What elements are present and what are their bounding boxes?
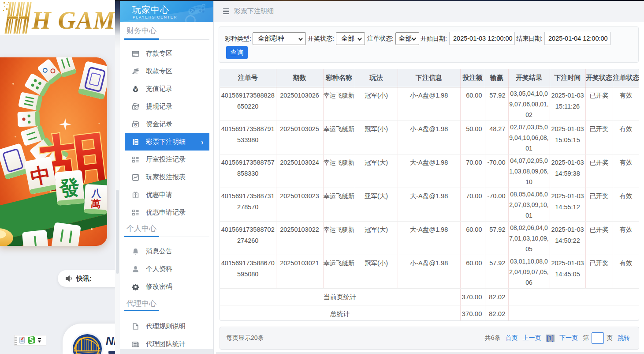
chart-box-icon [132, 173, 139, 181]
column-header: 开奖状态 [585, 69, 613, 87]
table-cell: 已开奖 [585, 255, 613, 288]
table-cell: 冠军(小) [355, 87, 398, 121]
select-value: 全部彩种 [258, 34, 284, 43]
jump-link[interactable]: 跳转 [618, 334, 630, 342]
main-header: 彩票下注明细 [214, 0, 644, 22]
table-cell: -70.00 [485, 154, 508, 188]
bet-table: 注单号期数彩种名称玩法下注信息投注额输赢开奖结果下注时间开奖状态注单状态 401… [220, 69, 639, 321]
table-row[interactable]: 40156917358879153398020250103025幸运飞艇新冠军(… [220, 121, 639, 154]
table-cell: 幸运飞艇新 [323, 87, 355, 121]
draw-status-label: 开奖状态: [308, 32, 334, 45]
table-cell: 57.92 [485, 221, 508, 255]
main-area: 彩票下注明细 彩种类型:全部彩种开奖状态:全部注单状态:全部开始日期:2025-… [214, 0, 644, 354]
section-title: 个人中心 [127, 223, 156, 233]
select-caret-icon [298, 38, 303, 41]
ime-notepad-icon[interactable] [19, 336, 26, 344]
sidebar-item-提现记录[interactable]: 提现记录 [120, 98, 214, 115]
prev-page-link[interactable]: 上一页 [522, 334, 541, 342]
table-cell: 70.00 [460, 154, 485, 188]
sidebar-item-彩票下注明细[interactable]: 彩票下注明细› [125, 133, 209, 151]
sidebar-item-优惠申请记录[interactable]: 优惠申请记录 [120, 203, 214, 221]
table-cell: 有效 [613, 221, 639, 255]
speaker-icon [65, 275, 73, 282]
end-date-input[interactable]: 2025-01-04 12:00:00 [544, 32, 610, 45]
jump-suffix: 页 [607, 334, 613, 342]
table-cell: 已开奖 [585, 188, 613, 221]
scrollbar-thumb[interactable] [116, 190, 119, 274]
table-cell: 20250103025 [276, 121, 323, 154]
sidebar-item-代理规则说明[interactable]: 代理规则说明 [120, 317, 214, 335]
ime-toolbar[interactable] [15, 335, 46, 345]
table-cell: 大-A盘@1.98 [398, 154, 460, 188]
column-header: 下注时间 [550, 69, 585, 87]
page-scrollbar[interactable] [115, 0, 120, 354]
moneybag-icon: ¥ [132, 85, 139, 93]
table-row[interactable]: 40156917358870227426020250103022幸运飞艇新冠军(… [220, 221, 639, 255]
start-date-input[interactable]: 2025-01-03 12:00:00 [449, 32, 515, 45]
table-cell: 2025-01-03 15:05:15 [550, 121, 585, 154]
next-page-link[interactable]: 下一页 [559, 334, 578, 342]
table-cell: 2025-01-03 15:11:26 [550, 87, 585, 121]
table-cell: 2025-01-03 14:55:12 [550, 188, 585, 221]
page-jump-group: 第 页 [583, 332, 613, 344]
summary-label: 当前页统计 [220, 288, 460, 305]
svg-text:¥: ¥ [134, 124, 136, 126]
table-cell: 幸运飞艇新 [323, 255, 355, 288]
summary-row: 当前页统计370.0082.02 [220, 288, 639, 305]
hh-game-logo: H GAME [3, 1, 115, 34]
team-sub-fragment [108, 351, 115, 354]
query-button[interactable]: 查询 [226, 46, 248, 59]
sidebar-item-个人资料[interactable]: 个人资料 [120, 260, 214, 278]
table-row[interactable]: 40156917358867059508020250103021幸运飞艇新冠军(… [220, 255, 639, 288]
sidebar-item-厅室投注记录[interactable]: 厅室投注记录 [120, 151, 214, 168]
section-title: 代理中心 [127, 298, 156, 309]
gift-icon [132, 191, 139, 199]
sidebar-item-充值记录[interactable]: ¥充值记录 [120, 80, 214, 98]
sidebar-item-消息公告[interactable]: 消息公告 [120, 242, 214, 260]
sidebar-item-修改密码[interactable]: 修改密码 [120, 278, 214, 295]
summary-label: 总统计 [220, 305, 460, 321]
table-row[interactable]: 40156917358873127857020250103023幸运飞艇新亚军(… [220, 188, 639, 221]
column-header: 下注信息 [398, 69, 460, 87]
page-jump-input[interactable] [592, 332, 604, 344]
table-cell: 48.27 [485, 121, 508, 154]
sidebar-header: 玩家中心 PLAYERS CENTER [120, 0, 213, 22]
ime-sogou-icon[interactable] [28, 336, 35, 344]
draw-status-select[interactable]: 全部 [336, 32, 365, 45]
menu-toggle-icon[interactable] [223, 8, 229, 14]
bet-table-panel: 注单号期数彩种名称玩法下注信息投注额输赢开奖结果下注时间开奖状态注单状态 401… [220, 69, 639, 321]
news-ticker: 快讯: [58, 270, 115, 287]
sidebar-subtitle: PLAYERS CENTER [133, 15, 177, 19]
sidebar-item-玩家投注报表[interactable]: 玩家投注报表 [120, 168, 214, 186]
section-underline [124, 311, 209, 311]
summary-bet: 370.00 [460, 305, 485, 321]
table-cell: 幸运飞艇新 [323, 188, 355, 221]
first-page-link[interactable]: 首页 [505, 334, 517, 342]
table-cell: 401569173588670595080 [220, 255, 276, 288]
sidebar-item-优惠申请[interactable]: 优惠申请 [120, 186, 214, 203]
sidebar-item-存款专区[interactable]: 存款专区 [120, 45, 214, 62]
table-cell: 冠军(大) [355, 221, 398, 255]
table-cell: 401569173588757858330 [220, 154, 276, 188]
lottery-type-select[interactable]: 全部彩种 [253, 32, 306, 45]
section-underline [124, 39, 209, 40]
ime-drag-handle[interactable] [15, 336, 17, 345]
column-header: 期数 [276, 69, 323, 87]
table-cell: 60.00 [460, 87, 485, 121]
order-status-select[interactable]: 全部 [395, 32, 419, 45]
table-cell: 08,05,04,06,02,07,03,09,10,01 [508, 188, 550, 221]
mahjong-promo-image: 胡 中 發 八 萬 [0, 57, 107, 246]
table-cell: 亚军(大) [355, 188, 398, 221]
promo-tile-fa: 發 [58, 176, 81, 200]
report-icon [132, 340, 139, 348]
column-header: 注单状态 [613, 69, 639, 87]
sidebar-item-label: 优惠申请 [146, 191, 172, 199]
sidebar-item-资金记录[interactable]: ¥资金记录 [120, 115, 214, 133]
sidebar-item-label: 资金记录 [146, 120, 172, 128]
sidebar-item-取款专区[interactable]: 取款专区 [120, 62, 214, 80]
team-name-text: NE [106, 335, 115, 347]
table-row[interactable]: 40156917358875785833020250103024幸运飞艇新冠军(… [220, 154, 639, 188]
table-row[interactable]: 40156917358882865022020250103026幸运飞艇新冠军(… [220, 87, 639, 121]
start-date-label: 开始日期: [421, 32, 447, 45]
ime-expand-icon[interactable] [37, 337, 41, 343]
